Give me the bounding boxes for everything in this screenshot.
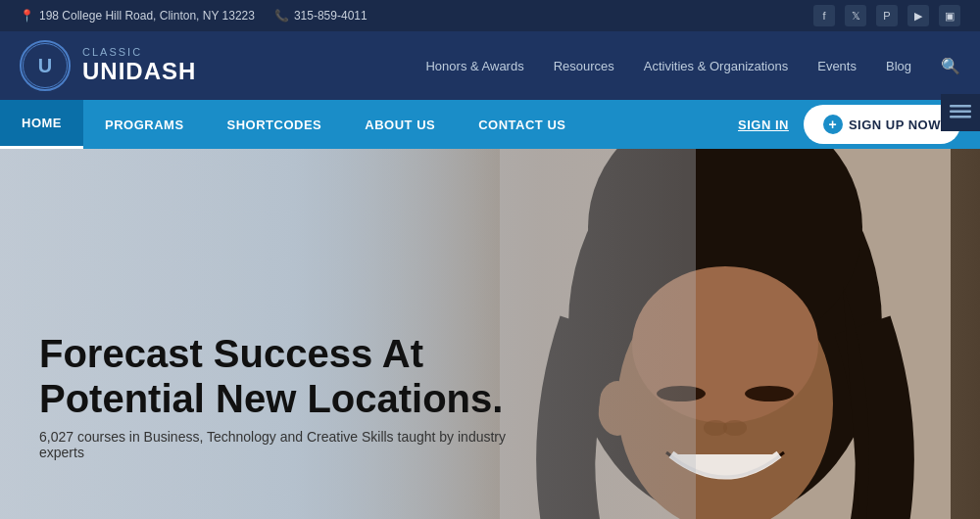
layers-button[interactable] <box>941 94 980 131</box>
nav-shortcodes[interactable]: SHORTCODES <box>206 100 344 149</box>
youtube-icon[interactable]: ▶ <box>907 5 929 26</box>
secondary-nav: HOME PROGRAMS SHORTCODES ABOUT US CONTAC… <box>0 100 980 149</box>
logo[interactable]: U CLASSIC UNIDASH <box>20 40 196 91</box>
nav-contact[interactable]: CONTACT US <box>457 100 587 149</box>
plus-icon: + <box>823 115 843 134</box>
instagram-icon[interactable]: ▣ <box>939 5 960 26</box>
hero-title: Forecast Success At Potential New Locati… <box>39 331 549 421</box>
address-info: 📍 198 College Hill Road, Clinton, NY 132… <box>20 9 255 23</box>
phone-icon: 📞 <box>274 9 289 23</box>
search-button[interactable]: 🔍 <box>941 57 960 75</box>
pinterest-icon[interactable]: P <box>876 5 898 26</box>
nav-home[interactable]: HOME <box>0 100 83 149</box>
hero-section: Forecast Success At Potential New Locati… <box>0 149 980 519</box>
nav-programs[interactable]: PROGRAMS <box>83 100 206 149</box>
svg-rect-1 <box>950 111 971 114</box>
secondary-nav-links: HOME PROGRAMS SHORTCODES ABOUT US CONTAC… <box>0 100 587 149</box>
logo-name: UNIDASH <box>82 58 196 85</box>
top-bar: 📍 198 College Hill Road, Clinton, NY 132… <box>0 0 980 31</box>
hero-subtitle: 6,027 courses in Business, Technology an… <box>39 429 529 460</box>
twitter-icon[interactable]: 𝕏 <box>845 5 866 26</box>
sign-in-link[interactable]: SIGN IN <box>738 118 789 132</box>
social-links: f 𝕏 P ▶ ▣ <box>813 5 960 26</box>
svg-rect-2 <box>950 116 971 118</box>
header: U CLASSIC UNIDASH Honors & Awards Resour… <box>0 31 980 100</box>
logo-eyebrow: CLASSIC <box>82 46 196 58</box>
nav-blog[interactable]: Blog <box>886 59 911 73</box>
phone-info: 📞 315-859-4011 <box>274 9 368 23</box>
layers-icon <box>950 105 971 120</box>
svg-rect-0 <box>950 105 971 108</box>
hero-content: Forecast Success At Potential New Locati… <box>39 331 549 460</box>
logo-emblem: U <box>20 40 71 91</box>
location-icon: 📍 <box>20 9 34 23</box>
top-bar-left: 📍 198 College Hill Road, Clinton, NY 132… <box>20 9 368 23</box>
nav-activities[interactable]: Activities & Organizations <box>644 59 788 73</box>
facebook-icon[interactable]: f <box>813 5 835 26</box>
nav-honors[interactable]: Honors & Awards <box>425 59 523 73</box>
nav-about[interactable]: ABOUT US <box>343 100 457 149</box>
nav-events[interactable]: Events <box>817 59 857 73</box>
main-nav: Honors & Awards Resources Activities & O… <box>425 57 960 75</box>
nav-resources[interactable]: Resources <box>554 59 614 73</box>
sign-up-button[interactable]: + SIGN UP NOW <box>804 105 960 144</box>
logo-text: CLASSIC UNIDASH <box>82 46 196 85</box>
